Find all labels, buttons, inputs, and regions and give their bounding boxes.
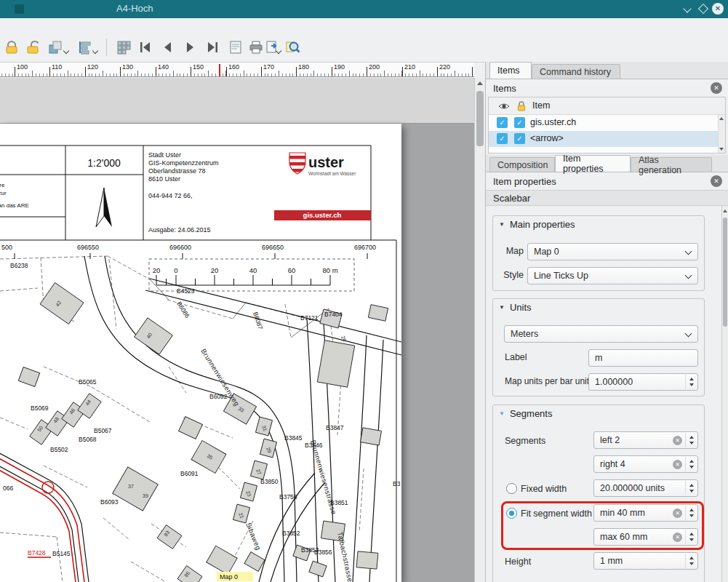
window-maximize-icon[interactable] [698, 4, 708, 14]
atlas-settings-button[interactable] [115, 39, 132, 56]
group-main-properties-header[interactable]: ▼ Main properties [499, 219, 575, 230]
window-close-icon[interactable] [712, 3, 724, 15]
spin-buttons[interactable] [685, 554, 697, 568]
list-scroll-down-icon[interactable] [719, 148, 724, 151]
unit-label-input[interactable]: m [588, 349, 698, 367]
svg-text:20: 20 [211, 266, 219, 274]
items-column-header: Item [532, 100, 550, 111]
height-label: Height [505, 557, 531, 567]
properties-scrollbar[interactable] [721, 206, 728, 582]
unlock-all-button[interactable] [25, 39, 42, 56]
collapse-triangle-icon[interactable]: ▼ [499, 221, 505, 228]
scroll-up-button[interactable] [475, 78, 485, 88]
unit-label-label: Label [505, 352, 527, 362]
map-item[interactable]: 1:2'000 Stadt Uster GIS-Kompetenzzentrum… [0, 124, 401, 582]
window-shade-icon[interactable] [683, 4, 691, 12]
clear-value-icon[interactable] [673, 509, 682, 518]
min-width-spinbox[interactable]: min 40 mm [593, 504, 698, 522]
group-title: Units [510, 302, 532, 313]
clear-value-icon[interactable] [673, 436, 682, 445]
fixed-width-radio[interactable] [506, 483, 517, 494]
tab-atlas-generation[interactable]: Atlas generation [631, 157, 712, 172]
segments-right-spinbox[interactable]: right 4 [593, 455, 698, 473]
titlebar[interactable]: A4-Hoch [0, 0, 728, 18]
max-width-spinbox[interactable]: max 60 mm [593, 528, 698, 546]
clear-value-icon[interactable] [673, 533, 682, 542]
chevron-down-icon [685, 248, 692, 255]
window-menu-icon[interactable] [15, 4, 24, 14]
item-lock-checkbox[interactable] [514, 133, 525, 144]
tab-composition[interactable]: Composition [489, 157, 555, 172]
atlas-last-button[interactable] [204, 39, 221, 56]
spin-up-icon [689, 509, 694, 511]
fit-segment-width-radio[interactable] [506, 508, 517, 519]
spin-buttons[interactable] [685, 375, 697, 389]
units-combobox[interactable]: Meters [504, 325, 698, 343]
spin-down-icon [689, 562, 694, 565]
map-label: B7121 [300, 314, 319, 322]
style-combobox[interactable]: Line Ticks Up [527, 267, 698, 284]
map-label: B4523 [177, 287, 195, 295]
map-label: B3756 [279, 493, 297, 501]
raise-items-button[interactable] [47, 39, 64, 56]
map-label: B3845 [284, 434, 303, 442]
lock-items-button[interactable] [3, 39, 20, 56]
phone-text: 044-944 72 66, [148, 192, 193, 199]
collapse-triangle-icon[interactable]: ▼ [499, 410, 505, 417]
spin-buttons[interactable] [685, 433, 697, 447]
map-label: B5145 [52, 550, 71, 557]
items-list-scrollbar[interactable] [718, 115, 725, 153]
spin-buttons[interactable] [685, 506, 697, 520]
panel-scroll-up-icon[interactable] [723, 210, 727, 212]
item-visibility-checkbox[interactable] [497, 133, 508, 144]
spin-buttons[interactable] [685, 481, 697, 495]
height-spinbox[interactable]: 1 mm [593, 552, 698, 570]
item-row[interactable]: <arrow> [489, 131, 718, 147]
group-segments-header[interactable]: ▼ Segments [499, 408, 552, 419]
fixed-width-spinbox[interactable]: 20.000000 units [593, 479, 698, 497]
map-units-per-bar-spinbox[interactable]: 1.000000 [588, 373, 698, 391]
map-frame-label: Map 0 [217, 572, 253, 581]
item-visibility-checkbox[interactable] [497, 117, 508, 128]
map-label: B6087 [252, 311, 264, 331]
tab-command-history[interactable]: Command history [532, 64, 620, 79]
map-label: B6086 [175, 300, 191, 319]
segments-left-spinbox[interactable]: left 2 [593, 431, 698, 449]
item-row[interactable]: gis.uster.ch [489, 115, 718, 131]
list-scroll-up-icon[interactable] [719, 117, 724, 120]
items-list[interactable]: Item gis.uster.ch <arrow> [488, 97, 726, 154]
properties-dock-header: Item properties [486, 173, 728, 190]
group-units-header[interactable]: ▼ Units [499, 302, 532, 313]
group-segments: ▼ Segments Segments left 2 right 4 Fixed… [492, 404, 705, 582]
atlas-next-button[interactable] [181, 39, 199, 56]
spin-buttons[interactable] [685, 530, 697, 544]
map-scale-text: 1:2'000 [87, 157, 121, 169]
atlas-prev-button[interactable] [159, 39, 177, 56]
panel-scrollbar-thumb[interactable] [723, 218, 727, 327]
map-combobox[interactable]: Map 0 [527, 243, 698, 260]
atlas-first-button[interactable] [137, 39, 154, 56]
print-atlas-button[interactable] [247, 39, 265, 56]
atlas-preview-button[interactable] [227, 39, 244, 56]
group-main-properties: ▼ Main properties Map Map 0 Style Line T… [492, 215, 705, 291]
spin-buttons[interactable] [685, 457, 697, 471]
uster-logo: uster Wohnstadt am Wasser [289, 153, 356, 176]
item-lock-checkbox[interactable] [514, 117, 525, 128]
align-items-dropdown-icon[interactable] [92, 48, 98, 54]
clear-value-icon[interactable] [673, 460, 682, 469]
composition-page[interactable]: 1:2'000 Stadt Uster GIS-Kompetenzzentrum… [0, 124, 401, 582]
align-items-button[interactable] [76, 39, 93, 56]
tab-items[interactable]: Items [489, 62, 532, 79]
tab-item-properties[interactable]: Item properties [555, 155, 631, 172]
collapse-triangle-icon[interactable]: ▼ [499, 304, 505, 311]
raise-items-dropdown-icon[interactable] [63, 48, 69, 54]
close-properties-panel-button[interactable] [711, 175, 722, 187]
composition-canvas[interactable]: 1:2'000 Stadt Uster GIS-Kompetenzzentrum… [0, 78, 474, 582]
lock-column-icon [516, 100, 527, 112]
map-label: 37 [128, 484, 134, 489]
canvas-vertical-scrollbar[interactable] [474, 78, 485, 582]
map-label: 39 [143, 493, 148, 498]
scrollbar-thumb[interactable] [476, 91, 484, 146]
close-items-panel-button[interactable] [711, 82, 722, 94]
zoom-full-button[interactable] [284, 39, 301, 56]
